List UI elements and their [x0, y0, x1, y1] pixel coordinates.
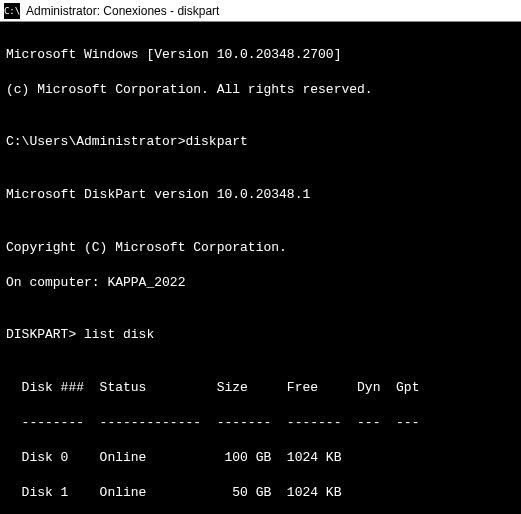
diskpart-prompt-line: DISKPART> list disk: [6, 326, 515, 344]
command-prompt-line: C:\Users\Administrator>diskpart: [6, 133, 515, 151]
cmd-icon: C:\: [4, 3, 20, 19]
computer-name-line: On computer: KAPPA_2022: [6, 274, 515, 292]
diskpart-copyright-line: Copyright (C) Microsoft Corporation.: [6, 239, 515, 257]
disk-table-separator: -------- ------------- ------- ------- -…: [6, 414, 515, 432]
os-version-line: Microsoft Windows [Version 10.0.20348.27…: [6, 46, 515, 64]
disk-table-header: Disk ### Status Size Free Dyn Gpt: [6, 379, 515, 397]
copyright-line: (c) Microsoft Corporation. All rights re…: [6, 81, 515, 99]
diskpart-version-line: Microsoft DiskPart version 10.0.20348.1: [6, 186, 515, 204]
terminal-output[interactable]: Microsoft Windows [Version 10.0.20348.27…: [0, 22, 521, 514]
window-titlebar: C:\ Administrator: Conexiones - diskpart: [0, 0, 521, 22]
window-title: Administrator: Conexiones - diskpart: [26, 4, 219, 18]
disk-table-row: Disk 1 Online 50 GB 1024 KB: [6, 484, 515, 502]
disk-table-row: Disk 0 Online 100 GB 1024 KB: [6, 449, 515, 467]
